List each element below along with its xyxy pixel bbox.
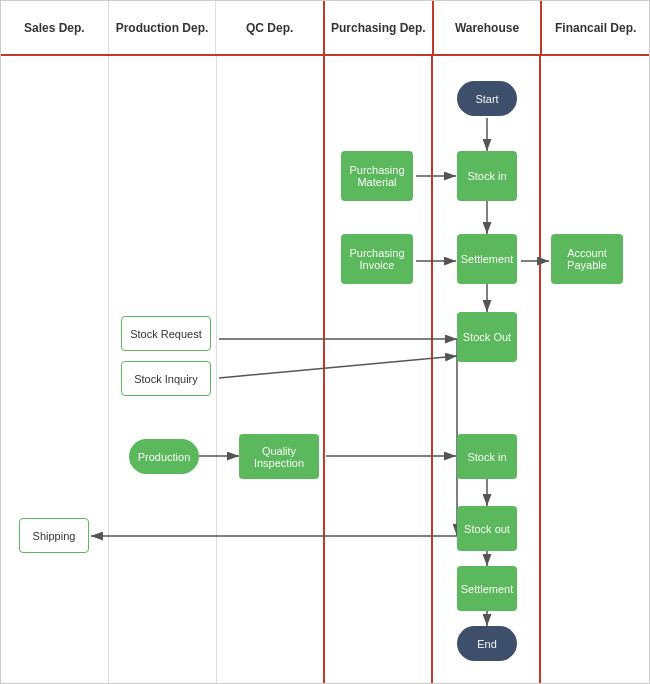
header-row: Sales Dep. Production Dep. QC Dep. Purch… <box>1 1 649 56</box>
shipping-node: Shipping <box>19 518 89 553</box>
lane-qc <box>217 56 325 684</box>
settlement-1-node: Settlement <box>457 234 517 284</box>
stock-inquiry-node: Stock Inquiry <box>121 361 211 396</box>
stock-out-1-node: Stock Out <box>457 312 517 362</box>
end-node: End <box>457 626 517 661</box>
purchasing-material-node: Purchasing Material <box>341 151 413 201</box>
header-purchasing: Purchasing Dep. <box>325 1 434 54</box>
settlement-2-node: Settlement <box>457 566 517 611</box>
stock-out-2-node: Stock out <box>457 506 517 551</box>
diagram-container: Sales Dep. Production Dep. QC Dep. Purch… <box>0 0 650 684</box>
stock-in-2-node: Stock in <box>457 434 517 479</box>
purchasing-invoice-node: Purchasing Invoice <box>341 234 413 284</box>
stock-in-1-node: Stock in <box>457 151 517 201</box>
header-sales: Sales Dep. <box>1 1 109 54</box>
quality-inspection-node: Quality Inspection <box>239 434 319 479</box>
account-payable-node: Account Payable <box>551 234 623 284</box>
header-financial: Financail Dep. <box>542 1 649 54</box>
start-node: Start <box>457 81 517 116</box>
header-qc: QC Dep. <box>216 1 325 54</box>
production-node: Production <box>129 439 199 474</box>
lane-sales <box>1 56 109 684</box>
header-production: Production Dep. <box>109 1 217 54</box>
body-area: Start Stock in Purchasing Material Settl… <box>1 56 649 684</box>
header-warehouse: Warehouse <box>434 1 543 54</box>
lane-financial <box>541 56 650 684</box>
stock-request-node: Stock Request <box>121 316 211 351</box>
